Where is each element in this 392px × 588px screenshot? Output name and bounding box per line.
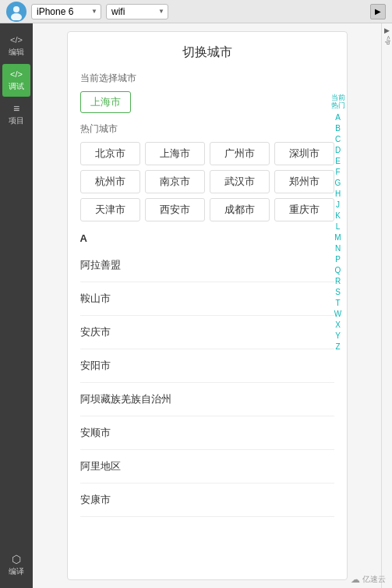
city-btn-chongqing[interactable]: 重庆市 — [274, 198, 334, 221]
alpha-G[interactable]: G — [335, 178, 341, 188]
device-select[interactable]: iPhone 6 — [31, 4, 101, 19]
current-city-button[interactable]: 上海市 — [80, 91, 131, 113]
alpha-E[interactable]: E — [335, 156, 341, 166]
alpha-F[interactable]: F — [335, 167, 340, 177]
city-btn-shenzhen[interactable]: 深圳市 — [274, 142, 334, 165]
alpha-R[interactable]: R — [335, 276, 341, 286]
sidebar-project-label: 项目 — [9, 115, 24, 126]
alpha-C[interactable]: C — [335, 134, 341, 144]
left-sidebar: </> 编辑 </> 调试 ≡ 项目 ⬡ 编译 — [0, 23, 33, 588]
hot-cities-grid: 北京市 上海市 广州市 深圳市 杭州市 南京市 武汉市 郑州市 天津市 西安市 … — [80, 142, 334, 221]
alpha-N[interactable]: N — [335, 243, 341, 253]
city-btn-xian[interactable]: 西安市 — [145, 198, 205, 221]
content-area: 切换城市 当前选择城市 上海市 热门城市 北京市 上海市 广州市 深圳市 杭州市… — [33, 23, 381, 588]
city-list-ali[interactable]: 阿里地区 — [80, 450, 334, 484]
page-title: 切换城市 — [80, 44, 334, 61]
alpha-A[interactable]: A — [335, 112, 341, 122]
svg-point-1 — [11, 13, 22, 20]
watermark-text: 亿速云 — [362, 574, 386, 585]
page-content: 切换城市 当前选择城市 上海市 热门城市 北京市 上海市 广州市 深圳市 杭州市… — [68, 32, 347, 579]
alpha-H[interactable]: H — [335, 189, 341, 199]
alpha-Z[interactable]: Z — [335, 342, 340, 352]
alpha-K[interactable]: K — [335, 211, 341, 221]
city-btn-guangzhou[interactable]: 广州市 — [210, 142, 270, 165]
city-list-aba[interactable]: 阿坝藏族羌族自治州 — [80, 383, 334, 416]
avatar — [6, 2, 26, 22]
alpha-L[interactable]: L — [336, 221, 341, 232]
alpha-sidebar: 当前热门 A B C D E F G H J K L M N P Q R — [331, 94, 345, 352]
alpha-J[interactable]: J — [336, 200, 340, 210]
city-list-anshan[interactable]: 鞍山市 — [80, 282, 334, 316]
city-list-alashan[interactable]: 阿拉善盟 — [80, 249, 334, 282]
sidebar-item-debug[interactable]: </> 调试 — [2, 64, 30, 97]
city-btn-nanjing[interactable]: 南京市 — [145, 170, 205, 193]
alpha-section-a: A — [80, 232, 334, 244]
toolbar-expand-btn[interactable]: ▶ — [370, 4, 386, 19]
alpha-X[interactable]: X — [335, 320, 341, 330]
right-panel: ▶ </p — [381, 23, 392, 588]
city-btn-tianjin[interactable]: 天津市 — [80, 198, 140, 221]
sidebar-item-editor[interactable]: </> 编辑 — [2, 30, 30, 62]
alpha-D[interactable]: D — [335, 145, 341, 155]
device-select-wrapper[interactable]: iPhone 6 — [31, 4, 101, 19]
city-list-anqing[interactable]: 安庆市 — [80, 316, 334, 349]
city-list-anyang[interactable]: 安阳市 — [80, 349, 334, 383]
city-btn-shanghai[interactable]: 上海市 — [145, 142, 205, 165]
compile-icon: ⬡ — [9, 554, 23, 565]
city-btn-chengdu[interactable]: 成都市 — [210, 198, 270, 221]
sidebar-bottom: ⬡ 编译 — [2, 549, 30, 588]
wifi-select-wrapper[interactable]: wifi — [106, 4, 168, 19]
right-panel-tag: </p — [383, 36, 392, 44]
top-toolbar: iPhone 6 wifi ▶ — [0, 0, 392, 23]
alpha-Q[interactable]: Q — [335, 265, 341, 275]
alpha-M[interactable]: M — [334, 232, 341, 243]
city-btn-zhengzhou[interactable]: 郑州市 — [274, 170, 334, 193]
alpha-S[interactable]: S — [335, 287, 341, 297]
hot-cities-label: 热门城市 — [80, 122, 334, 136]
alpha-W[interactable]: W — [334, 309, 341, 319]
alpha-T[interactable]: T — [335, 298, 340, 308]
watermark-icon: ☁ — [351, 574, 360, 585]
alpha-top-label[interactable]: 当前热门 — [331, 94, 345, 110]
sidebar-item-project[interactable]: ≡ 项目 — [2, 98, 30, 131]
wifi-select[interactable]: wifi — [106, 4, 168, 19]
city-list-anshun[interactable]: 安顺市 — [80, 416, 334, 450]
sidebar-editor-label: 编辑 — [9, 47, 24, 58]
city-btn-beijing[interactable]: 北京市 — [80, 142, 140, 165]
city-btn-wuhan[interactable]: 武汉市 — [210, 170, 270, 193]
watermark: ☁ 亿速云 — [351, 574, 386, 585]
project-icon: ≡ — [9, 103, 23, 114]
phone-frame: 切换城市 当前选择城市 上海市 热门城市 北京市 上海市 广州市 深圳市 杭州市… — [67, 31, 348, 580]
city-list-ankang[interactable]: 安康市 — [80, 484, 334, 517]
current-city-label: 当前选择城市 — [80, 72, 334, 85]
right-panel-collapse[interactable]: ▶ — [383, 27, 392, 34]
debug-icon: </> — [9, 69, 23, 80]
alpha-Y[interactable]: Y — [335, 331, 341, 341]
sidebar-compile-label: 编译 — [9, 566, 24, 577]
sidebar-debug-label: 调试 — [9, 81, 24, 92]
editor-icon: </> — [9, 34, 23, 45]
alpha-P[interactable]: P — [335, 254, 341, 264]
city-btn-hangzhou[interactable]: 杭州市 — [80, 170, 140, 193]
main-layout: </> 编辑 </> 调试 ≡ 项目 ⬡ 编译 切换城市 当前选择城市 上海市 … — [0, 23, 392, 588]
sidebar-item-compile[interactable]: ⬡ 编译 — [2, 549, 30, 582]
svg-point-0 — [13, 6, 19, 12]
alpha-B[interactable]: B — [335, 123, 341, 133]
